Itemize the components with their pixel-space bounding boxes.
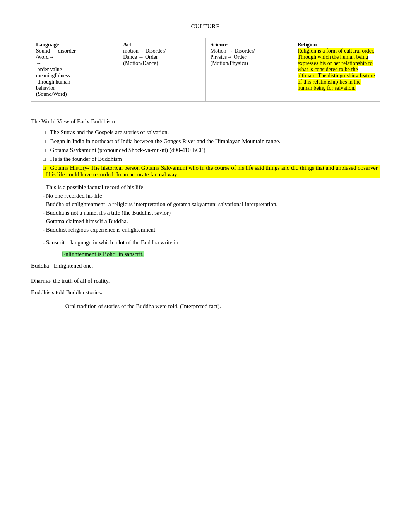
bullet-item-5-highlighted: Gotama History- The historical person Go… (43, 165, 380, 178)
table-header-language: Language Sound → disorder /word→ → order… (31, 38, 118, 102)
buddha-equals: Buddha= Enlightened one. (31, 261, 380, 270)
oral-tradition-list: Oral tradition of stories of the Buddha … (62, 303, 380, 310)
bullet-text-5: Gotama History- The historical person Go… (43, 165, 378, 177)
col-header-art: Art (123, 42, 131, 48)
sanscrit-list: Sanscrit – language in which a lot of th… (43, 239, 380, 246)
bullet-text-1: The Sutras and the Gospels are stories o… (50, 129, 169, 135)
culture-table: Language Sound → disorder /word→ → order… (31, 38, 380, 102)
bullet-text-4: He is the founder of Buddhism (50, 156, 122, 162)
dharma-line: Dharma- the truth of all of reality. (31, 276, 380, 285)
dash-item-2: No one recorded his life (43, 193, 380, 199)
bullet-text-2: Began in India in northeast of India bet… (50, 138, 281, 144)
table-header-science: Science Motion → Disorder/ Physics→ Orde… (206, 38, 293, 102)
dash-item-3: Buddha of enlightenment- a religious int… (43, 201, 380, 208)
sanscrit-text: Sanscrit – language in which a lot of th… (46, 239, 180, 246)
dash-item-1: This is a possible factual record of his… (43, 184, 380, 191)
col-header-language: Language (36, 42, 59, 48)
oral-tradition-item: Oral tradition of stories of the Buddha … (62, 303, 380, 310)
dash-list: This is a possible factual record of his… (43, 184, 380, 233)
bullet-item-1: The Sutras and the Gospels are stories o… (43, 129, 380, 136)
dash-item-6: Buddhist religious experience is enlight… (43, 227, 380, 233)
oral-tradition-text: Oral tradition of stories of the Buddha … (65, 303, 221, 309)
bullet-item-2: Began in India in northeast of India bet… (43, 138, 380, 145)
sanscrit-item: Sanscrit – language in which a lot of th… (43, 239, 380, 246)
bullet-item-3: Gotama Saykamuni (pronounced Shock-ya-mu… (43, 147, 380, 153)
dash-item-5: Gotama claimed himself a Buddha. (43, 218, 380, 225)
bullet-text-3: Gotama Saykamuni (pronounced Shock-ya-mu… (50, 147, 206, 153)
religion-highlighted-text: Religion is a form of cultural order. Th… (298, 48, 375, 91)
enlightenment-highlighted: Enlightenment is Bohdi in sanscrit. (62, 251, 144, 257)
col-header-religion: Religion (298, 42, 317, 48)
world-view-heading: The World View of Early Buddhism (31, 117, 380, 126)
enlightenment-paragraph: Enlightenment is Bohdi in sanscrit. (62, 250, 380, 259)
table-header-art: Art motion→ Disorder/ Dance → Order (Mot… (118, 38, 206, 102)
col-header-science: Science (211, 42, 228, 48)
page-title: CULTURE (31, 23, 380, 30)
bullet-item-4: He is the founder of Buddhism (43, 156, 380, 162)
table-header-religion: Religion Religion is a form of cultural … (293, 38, 380, 102)
dash-item-4: Buddha is not a name, it's a title (the … (43, 210, 380, 216)
buddhists-line: Buddhists told Buddha stories. (31, 288, 380, 297)
bullet-list: The Sutras and the Gospels are stories o… (43, 129, 380, 178)
